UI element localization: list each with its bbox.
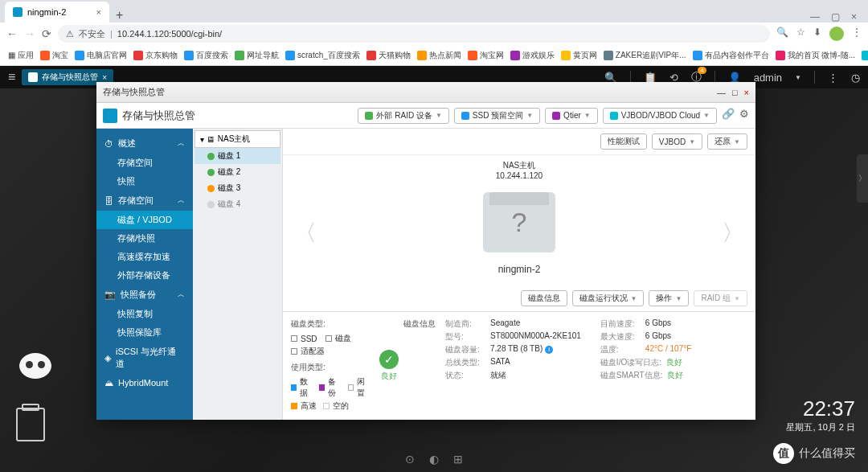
- sidebar-item-snap-vault[interactable]: 快照保险库: [96, 323, 193, 342]
- maximize-icon[interactable]: ▢: [831, 11, 840, 23]
- bookmark-item[interactable]: 淘宝: [39, 48, 70, 63]
- more-icon[interactable]: ⋮: [828, 72, 838, 84]
- browser-tab[interactable]: ningmin-2 ×: [5, 2, 109, 23]
- profile-icon[interactable]: [829, 27, 844, 41]
- sidebar-item-external[interactable]: 外部存储设备: [96, 266, 193, 285]
- raid-group-button[interactable]: RAID 组▼: [694, 290, 747, 306]
- maximize-icon[interactable]: □: [732, 88, 738, 97]
- info-row: 磁盘容量:7.28 TB (8 TB)i: [445, 344, 581, 355]
- sidebar-item-snap-copy[interactable]: 快照复制: [96, 305, 193, 323]
- bookmark-item[interactable]: 黄页网: [559, 48, 599, 63]
- forward-icon[interactable]: →: [24, 27, 35, 40]
- info-row: 总线类型:SATA: [445, 357, 581, 368]
- close-icon[interactable]: ×: [744, 88, 749, 97]
- status-badge: ✓ 良好: [379, 350, 399, 382]
- dashboard-icon[interactable]: ◷: [851, 72, 860, 84]
- ssd-button[interactable]: SSD 预留空间▼: [454, 108, 540, 124]
- bookmark-item[interactable]: 网址导航: [233, 48, 280, 63]
- bookmark-item[interactable]: (5 条消息) 首页 -...: [860, 48, 868, 63]
- sidebar-item-cache[interactable]: 高速缓存加速: [96, 248, 193, 266]
- info-row: 目前速度:6 Gbps: [600, 318, 691, 330]
- trash-icon[interactable]: [16, 408, 45, 441]
- link-icon[interactable]: 🔗: [722, 108, 735, 124]
- bookmark-item[interactable]: 我的首页 微博-随...: [774, 48, 857, 63]
- taskbar-tab-label: 存储与快照总管: [42, 72, 98, 83]
- bookmark-item[interactable]: 百度搜索: [182, 48, 230, 63]
- info-row: 磁盘I/O读写日志:良好: [600, 357, 691, 368]
- next-disk-icon[interactable]: 〉: [722, 218, 744, 248]
- tree-disk-4[interactable]: 磁盘 4: [194, 196, 280, 212]
- clock-date: 星期五, 10月 2 日: [786, 421, 855, 433]
- close-tab-icon[interactable]: ×: [96, 7, 101, 17]
- sidebar-storage[interactable]: 🗄 存储空间︿: [96, 191, 193, 211]
- dock-icon[interactable]: ⊞: [453, 453, 463, 466]
- assistant-robot-icon[interactable]: [16, 353, 55, 392]
- new-tab-button[interactable]: +: [109, 8, 129, 23]
- user-label[interactable]: admin: [754, 72, 782, 84]
- bookmark-item[interactable]: ZAKER追剧VIP年...: [602, 48, 688, 63]
- vjbod-button[interactable]: VJBOD/VJBOD Cloud▼: [603, 108, 717, 124]
- search-ext-icon[interactable]: 🔍: [776, 27, 788, 41]
- minimize-icon[interactable]: —: [810, 11, 820, 23]
- close-window-icon[interactable]: ×: [851, 11, 857, 23]
- bookmark-item[interactable]: 天猫购物: [365, 48, 412, 63]
- vjbod-action-button[interactable]: VJBOD▼: [652, 133, 702, 150]
- dock-icon[interactable]: ◐: [429, 453, 439, 466]
- minimize-icon[interactable]: —: [717, 88, 726, 97]
- sidebar-item-disk-vjbod[interactable]: 磁盘 / VJBOD: [96, 211, 193, 229]
- back-icon[interactable]: ←: [6, 27, 18, 40]
- raid-button[interactable]: 外部 RAID 设备▼: [358, 108, 448, 124]
- reload-icon[interactable]: ⟳: [42, 27, 51, 40]
- qtier-button[interactable]: Qtier▼: [545, 108, 598, 124]
- sidebar: ⏱ 概述︿ 存储空间 快照 🗄 存储空间︿ 磁盘 / VJBOD 存储/快照 高…: [96, 129, 193, 420]
- tab-favicon: [13, 7, 23, 17]
- menu-icon[interactable]: ⋮: [852, 27, 862, 41]
- sidebar-item-snapshot[interactable]: 快照: [96, 172, 193, 191]
- bookmark-item[interactable]: 京东购物: [132, 48, 179, 63]
- insecure-icon: ⚠: [66, 29, 74, 39]
- info-row: 型号:ST8000NM000A-2KE101: [445, 331, 581, 343]
- disk-info-button[interactable]: 磁盘信息: [521, 290, 567, 306]
- address-bar[interactable]: ⚠ 不安全 | 10.244.1.120:5000/cgi-bin/: [58, 25, 770, 43]
- disk-info-title: 磁盘信息: [403, 318, 436, 413]
- tree-host[interactable]: ▾ 🖥 NAS主机: [194, 130, 280, 148]
- info-row: 磁盘SMART信息:良好: [600, 370, 691, 381]
- bookmark-item[interactable]: 热点新闻: [416, 48, 463, 63]
- sidebar-item-storage-space[interactable]: 存储空间: [96, 154, 193, 172]
- bookmark-item[interactable]: 有品内容创作平台: [691, 48, 771, 63]
- disk-action-button[interactable]: 操作▼: [649, 290, 689, 306]
- ext-icon[interactable]: ⬇: [813, 27, 821, 41]
- sidebar-hybrid[interactable]: ⛰ HybridMount: [96, 374, 193, 392]
- star-icon[interactable]: ☆: [796, 27, 805, 41]
- tree-disk-3[interactable]: 磁盘 3: [194, 180, 280, 196]
- prev-disk-icon[interactable]: 〈: [294, 218, 317, 248]
- gear-icon[interactable]: ⚙: [739, 108, 749, 124]
- tab-title: ningmin-2: [27, 7, 66, 17]
- info-row: 制造商:Seagate: [445, 318, 581, 330]
- chevron-down-icon: ▼: [795, 74, 801, 81]
- sidebar-snap-backup[interactable]: 📷 快照备份︿: [96, 285, 193, 305]
- clock-time: 22:37: [786, 396, 855, 421]
- tree-disk-2[interactable]: 磁盘 2: [194, 164, 280, 180]
- perf-test-button[interactable]: 性能测试: [600, 133, 647, 150]
- info-row: 最大速度:6 Gbps: [600, 331, 691, 343]
- dock-icon[interactable]: ⊙: [405, 453, 415, 466]
- side-panel-handle[interactable]: 〉: [857, 154, 868, 203]
- tree-disk-1[interactable]: 磁盘 1: [194, 148, 280, 164]
- url-warning: 不安全: [79, 28, 105, 40]
- apps-button[interactable]: ▦ 应用: [6, 48, 35, 63]
- disk-status-button[interactable]: 磁盘运行状况▼: [572, 290, 645, 306]
- bookmark-item[interactable]: scratch_百度搜索: [284, 48, 362, 63]
- bookmark-item[interactable]: 淘宝网: [466, 48, 506, 63]
- app-icon: [28, 72, 38, 82]
- url-text: 10.244.1.120:5000/cgi-bin/: [117, 29, 222, 39]
- close-icon[interactable]: ×: [102, 73, 107, 82]
- hamburger-icon[interactable]: ≡: [8, 70, 15, 84]
- sidebar-iscsi[interactable]: ◈ iSCSI 与光纤通道: [96, 342, 193, 374]
- sidebar-item-storage-snapshot[interactable]: 存储/快照: [96, 229, 193, 248]
- sidebar-overview[interactable]: ⏱ 概述︿: [96, 133, 193, 154]
- bookmark-item[interactable]: 电脑店官网: [73, 48, 129, 63]
- restore-button[interactable]: 还原▼: [707, 133, 747, 150]
- usage-type-label: 使用类型:: [291, 362, 370, 373]
- bookmark-item[interactable]: 游戏娱乐: [509, 48, 556, 63]
